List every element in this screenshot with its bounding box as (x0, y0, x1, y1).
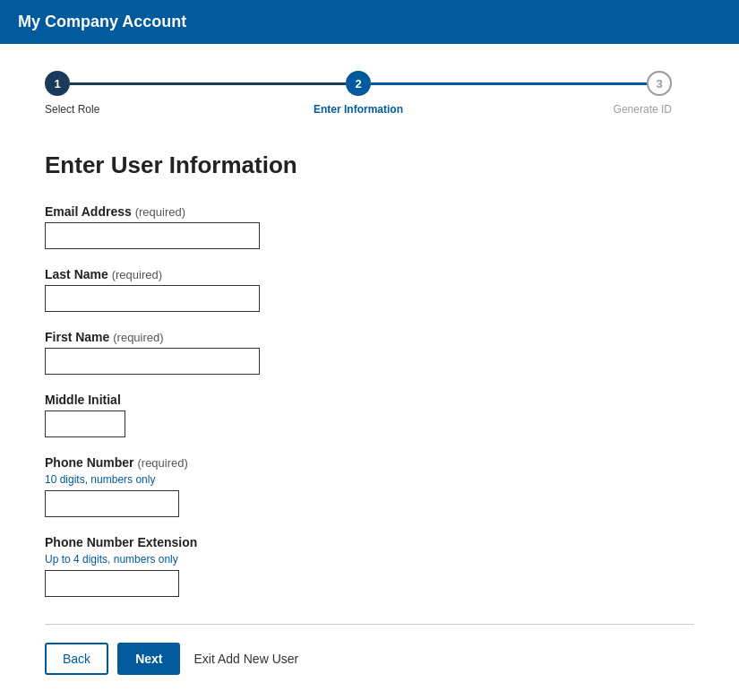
phone-extension-hint: Up to 4 digits, numbers only (45, 553, 694, 566)
stepper-row: 1 2 3 (45, 71, 672, 96)
header-title: My Company Account (18, 13, 186, 31)
phone-number-input[interactable] (45, 490, 179, 517)
email-group: Email Address (required) (45, 204, 694, 249)
last-name-label: Last Name (required) (45, 267, 694, 281)
exit-button[interactable]: Exit Add New User (189, 652, 303, 666)
divider (45, 624, 694, 625)
step-3-circle: 3 (647, 71, 672, 96)
step-1-circle: 1 (45, 71, 70, 96)
email-label: Email Address (required) (45, 204, 694, 219)
next-button[interactable]: Next (117, 643, 180, 675)
first-name-label: First Name (required) (45, 330, 694, 344)
email-input[interactable] (45, 222, 260, 249)
phone-number-label: Phone Number (required) (45, 455, 694, 470)
header: My Company Account (0, 0, 739, 44)
main-content: 1 2 3 Select Role (0, 44, 739, 700)
footer-buttons: Back Next Exit Add New User (45, 643, 694, 675)
phone-extension-input[interactable] (45, 570, 179, 597)
form-title: Enter User Information (45, 151, 694, 179)
phone-number-group: Phone Number (required) 10 digits, numbe… (45, 455, 694, 517)
step-2-circle: 2 (346, 71, 371, 96)
step-line-1 (70, 82, 346, 85)
last-name-group: Last Name (required) (45, 267, 694, 312)
middle-initial-input[interactable] (45, 410, 125, 437)
step-1-label: Select Role (45, 103, 253, 116)
stepper: 1 2 3 Select Role (45, 71, 694, 116)
step-2-label: Enter Information (253, 103, 462, 116)
step-line-2 (371, 82, 647, 85)
first-name-group: First Name (required) (45, 330, 694, 375)
back-button[interactable]: Back (45, 643, 108, 675)
form: Email Address (required) Last Name (requ… (45, 204, 694, 597)
first-name-input[interactable] (45, 348, 260, 375)
step-3-label: Generate ID (463, 103, 672, 116)
stepper-labels: Select Role Enter Information Generate I… (45, 103, 672, 116)
last-name-input[interactable] (45, 285, 260, 312)
middle-initial-group: Middle Initial (45, 393, 694, 437)
phone-extension-group: Phone Number Extension Up to 4 digits, n… (45, 535, 694, 597)
phone-extension-label: Phone Number Extension (45, 535, 694, 549)
phone-number-hint: 10 digits, numbers only (45, 473, 694, 486)
middle-initial-label: Middle Initial (45, 393, 694, 407)
